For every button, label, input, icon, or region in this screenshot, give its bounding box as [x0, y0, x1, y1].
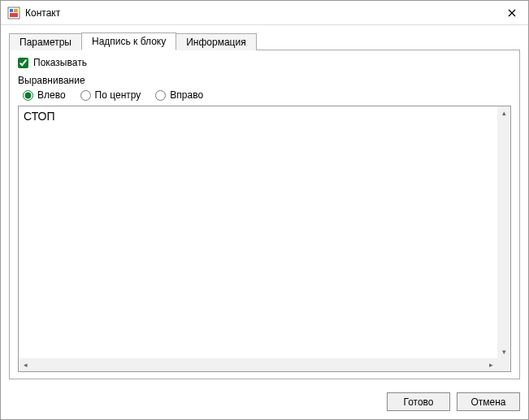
- align-group-label: Выравнивание: [18, 75, 511, 86]
- scroll-down-icon[interactable]: ▾: [497, 345, 510, 358]
- vertical-scrollbar[interactable]: ▴ ▾: [497, 106, 510, 358]
- align-right-radio[interactable]: Вправо: [155, 89, 203, 101]
- horizontal-scrollbar[interactable]: ◂ ▸: [19, 358, 497, 371]
- window-title: Контакт: [25, 7, 502, 19]
- align-center-radio[interactable]: По центру: [80, 89, 141, 101]
- scroll-left-icon[interactable]: ◂: [19, 358, 32, 371]
- hscroll-track[interactable]: [32, 358, 484, 371]
- ok-button[interactable]: Готово: [387, 392, 450, 411]
- caption-text-container: СТОП ▴ ▾ ◂ ▸: [18, 106, 511, 372]
- align-right-label: Вправо: [170, 89, 203, 101]
- scroll-corner: [497, 358, 510, 371]
- show-checkbox-label: Показывать: [33, 57, 87, 68]
- tab-params[interactable]: Параметры: [9, 33, 82, 50]
- cancel-button[interactable]: Отмена: [457, 392, 520, 411]
- align-center-input[interactable]: [80, 90, 91, 101]
- align-left-radio[interactable]: Влево: [23, 89, 66, 101]
- scroll-right-icon[interactable]: ▸: [484, 358, 497, 371]
- align-left-label: Влево: [37, 89, 66, 101]
- align-center-label: По центру: [95, 89, 141, 101]
- app-icon: [7, 6, 20, 19]
- tab-info[interactable]: Информация: [176, 33, 256, 50]
- tab-bar: Параметры Надпись к блоку Информация: [9, 32, 520, 50]
- show-checkbox-input[interactable]: [18, 58, 28, 68]
- tab-label-block[interactable]: Надпись к блоку: [81, 32, 176, 50]
- content-area: Параметры Надпись к блоку Информация Пок…: [1, 25, 528, 388]
- titlebar: Контакт: [1, 1, 528, 25]
- align-left-input[interactable]: [23, 90, 33, 101]
- scroll-up-icon[interactable]: ▴: [497, 106, 510, 119]
- show-checkbox[interactable]: Показывать: [18, 57, 511, 68]
- svg-rect-2: [14, 9, 18, 12]
- align-radio-group: Влево По центру Вправо: [18, 89, 511, 101]
- dialog-window: Контакт Параметры Надпись к блоку Информ…: [0, 0, 529, 420]
- align-right-input[interactable]: [155, 90, 166, 101]
- caption-textarea[interactable]: СТОП: [19, 106, 497, 358]
- tab-panel: Показывать Выравнивание Влево По центру …: [9, 50, 520, 379]
- svg-rect-3: [10, 13, 18, 17]
- svg-rect-1: [10, 9, 13, 12]
- close-icon: [508, 9, 516, 17]
- dialog-footer: Готово Отмена: [1, 388, 528, 419]
- close-button[interactable]: [502, 3, 522, 23]
- vscroll-track[interactable]: [497, 119, 510, 345]
